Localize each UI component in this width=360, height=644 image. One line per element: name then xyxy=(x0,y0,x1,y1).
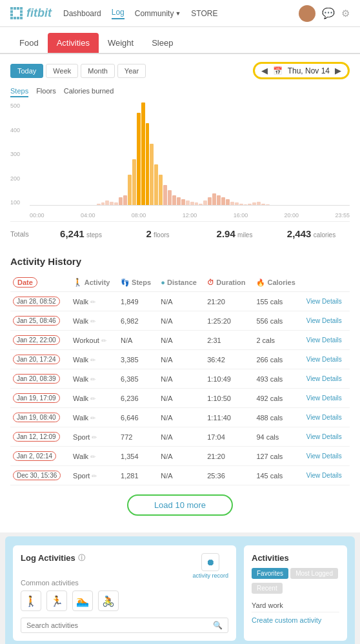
table-row: Jan 20, 17:24 Walk ✏ 3,385 N/A 36:42 266… xyxy=(10,350,350,369)
activity-run-btn[interactable]: 🏃 xyxy=(46,590,67,611)
chart-bar xyxy=(212,193,216,206)
row-link[interactable]: View Details xyxy=(304,389,350,408)
activity-walk-btn[interactable]: 🚶 xyxy=(21,590,41,611)
activity-icons-row: 🚶 🏃 🏊 🚴 xyxy=(21,590,228,611)
row-link[interactable]: View Details xyxy=(304,408,350,427)
bottom-section: Log Activities ⓘ ⏺ activity record Commo… xyxy=(5,536,355,644)
row-distance: N/A xyxy=(158,350,205,369)
row-activity: Walk ✏ xyxy=(70,369,118,389)
total-floors: 2 floors xyxy=(119,228,196,239)
chart-y-axis: 100 200 300 400 500 xyxy=(10,102,28,206)
total-steps: 6,241 steps xyxy=(43,228,119,239)
row-duration: 1:25:20 xyxy=(205,311,254,331)
create-custom-activity-link[interactable]: Create custom activity xyxy=(252,616,339,624)
row-link[interactable]: View Details xyxy=(304,350,350,369)
row-date: Jan 20, 17:24 xyxy=(10,350,70,369)
row-distance: N/A xyxy=(158,466,205,485)
chart-area: 100 200 300 400 500 00:00 04:00 08:00 12… xyxy=(10,102,350,219)
tab-activities[interactable]: Activities xyxy=(48,33,99,53)
row-steps: 6,646 xyxy=(118,408,158,427)
activities-panel: Activities Favorites Most Logged Recent … xyxy=(244,545,347,641)
chart-bar xyxy=(168,190,172,206)
table-row: Jan 19, 08:40 Walk ✏ 6,646 N/A 1:11:40 4… xyxy=(10,408,350,427)
chart-x-axis: 00:00 04:00 08:00 12:00 16:00 20:00 23:5… xyxy=(30,212,350,219)
tab-food[interactable]: Food xyxy=(10,33,48,53)
row-link[interactable]: View Details xyxy=(304,331,350,350)
row-calories: 145 cals xyxy=(254,466,303,485)
table-row: Dec 30, 15:36 Sport ✏ 1,281 N/A 25:36 14… xyxy=(10,466,350,485)
chart-bar xyxy=(150,144,154,206)
period-year[interactable]: Year xyxy=(117,64,146,78)
row-duration: 21:20 xyxy=(205,292,254,311)
row-link[interactable]: View Details xyxy=(304,427,350,447)
messages-icon[interactable]: 💬 xyxy=(322,7,335,19)
row-steps: 1,281 xyxy=(118,466,158,485)
row-duration: 17:04 xyxy=(205,427,254,447)
table-row: Jan 20, 08:39 Walk ✏ 6,385 N/A 1:10:49 4… xyxy=(10,369,350,389)
load-more-button[interactable]: Load 10 more xyxy=(127,494,233,516)
activity-swim-btn[interactable]: 🏊 xyxy=(72,590,93,611)
row-activity: Workout ✏ xyxy=(70,331,118,350)
activity-bike-btn[interactable]: 🚴 xyxy=(98,590,119,611)
row-date: Jan 12, 12:09 xyxy=(10,427,70,447)
col-calories: 🔥 Calories xyxy=(254,273,303,292)
sub-tab-most-logged[interactable]: Most Logged xyxy=(290,568,338,579)
date-next-btn[interactable]: ▶ xyxy=(335,66,341,75)
row-link[interactable]: View Details xyxy=(304,311,350,331)
row-duration: 1:10:50 xyxy=(205,389,254,408)
row-activity: Walk ✏ xyxy=(70,350,118,369)
row-calories: 493 cals xyxy=(254,369,303,389)
row-link[interactable]: View Details xyxy=(304,292,350,311)
settings-icon[interactable]: ⚙ xyxy=(341,8,350,19)
chart-bar xyxy=(123,195,127,206)
period-month[interactable]: Month xyxy=(81,64,115,78)
activities-panel-title: Activities xyxy=(252,553,339,563)
sub-tab-recent[interactable]: Recent xyxy=(252,583,283,594)
activity-record-btn[interactable]: ⏺ activity record xyxy=(192,553,228,579)
row-date: Jan 19, 08:40 xyxy=(10,408,70,427)
row-date: Dec 30, 15:36 xyxy=(10,466,70,485)
activity-history-table: Date 🚶 Activity 👣 Steps ● Distance ⏱ Dur… xyxy=(10,273,350,485)
chart-tab-calories[interactable]: Calories burned xyxy=(64,87,114,97)
table-row: Jan 25, 08:46 Walk ✏ 6,982 N/A 1:25:20 5… xyxy=(10,311,350,331)
nav-log[interactable]: Log xyxy=(112,8,125,19)
sub-tab-favorites[interactable]: Favorites xyxy=(252,568,288,579)
row-steps: 6,982 xyxy=(118,311,158,331)
total-distance: 2.94 miles xyxy=(196,228,273,239)
tab-sleep[interactable]: Sleep xyxy=(143,33,182,53)
row-distance: N/A xyxy=(158,389,205,408)
nav-store[interactable]: STORE xyxy=(191,9,217,18)
row-calories: 556 cals xyxy=(254,311,303,331)
logo-text: fitbit xyxy=(26,6,52,20)
chart-border-bottom xyxy=(30,205,350,206)
nav-community[interactable]: Community▼ xyxy=(135,9,181,18)
period-week[interactable]: Week xyxy=(46,64,78,78)
row-steps: N/A xyxy=(118,331,158,350)
search-icon: 🔍 xyxy=(213,621,223,630)
chart-bar xyxy=(141,102,145,206)
avatar[interactable] xyxy=(299,5,315,22)
row-link[interactable]: View Details xyxy=(304,369,350,389)
activities-list-item[interactable]: Yard work xyxy=(252,599,339,612)
row-link[interactable]: View Details xyxy=(304,447,350,466)
tab-weight[interactable]: Weight xyxy=(99,33,143,53)
total-calories-unit: calories xyxy=(314,231,335,239)
info-icon: ⓘ xyxy=(78,553,85,563)
row-calories: 488 cals xyxy=(254,408,303,427)
chart-tab-floors[interactable]: Floors xyxy=(36,87,56,97)
calendar-icon: 📅 xyxy=(273,66,283,75)
search-input[interactable] xyxy=(26,621,210,629)
search-box: 🔍 xyxy=(21,618,228,633)
total-steps-unit: steps xyxy=(86,231,102,239)
nav-dashboard[interactable]: Dashboard xyxy=(63,9,101,18)
col-distance: ● Distance xyxy=(158,273,205,292)
row-activity: Sport ✏ xyxy=(70,466,118,485)
chart-tab-steps[interactable]: Steps xyxy=(10,87,28,97)
main-content: Today Week Month Year ◀ 📅 Thu, Nov 14 ▶ … xyxy=(0,54,360,532)
period-today[interactable]: Today xyxy=(10,64,43,78)
row-link[interactable]: View Details xyxy=(304,466,350,485)
header: fitbit Dashboard Log Community▼ STORE 💬 … xyxy=(0,0,360,27)
row-steps: 6,385 xyxy=(118,369,158,389)
totals-row: Totals 6,241 steps 2 floors 2.94 miles 2… xyxy=(10,221,350,246)
date-prev-btn[interactable]: ◀ xyxy=(261,66,268,75)
